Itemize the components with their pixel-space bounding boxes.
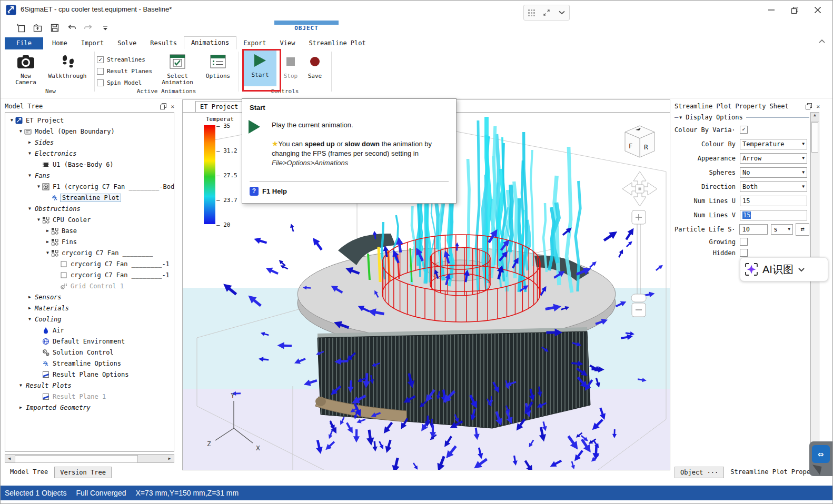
scroll-up-icon[interactable]: ▲ xyxy=(811,113,819,122)
tree-expand-icon[interactable]: ▶ xyxy=(26,306,33,310)
appearance-dropdown[interactable]: Arrow▼ xyxy=(740,153,807,164)
section-display-options[interactable]: —▼ Display Options xyxy=(675,112,809,123)
tab-model-tree[interactable]: Model Tree xyxy=(5,467,53,477)
tree-item-cpu-cooler[interactable]: ▼CPU Cooler xyxy=(5,214,174,225)
tree-item-cooling[interactable]: ▼Cooling xyxy=(5,314,174,325)
customize-quick-access-icon[interactable] xyxy=(100,22,111,34)
hidden-checkbox[interactable] xyxy=(740,249,748,257)
close-button[interactable] xyxy=(806,1,829,19)
tree-collapse-icon[interactable]: ▼ xyxy=(26,173,33,178)
contextual-tab-object[interactable]: OBJECT xyxy=(274,21,339,32)
tree-item-grid-control-1[interactable]: Grid Control 1 xyxy=(5,280,174,291)
import-icon[interactable] xyxy=(32,22,44,34)
chevron-down-icon[interactable] xyxy=(798,267,805,272)
scroll-right-icon[interactable]: ▶ xyxy=(165,456,174,461)
scroll-left-icon[interactable]: ◀ xyxy=(5,456,14,461)
save-icon[interactable] xyxy=(49,22,61,34)
tree-collapse-icon[interactable]: ▼ xyxy=(17,129,24,134)
tree-item-crycorig-c7-fan[interactable]: ▼crycorig C7 Fan ________ xyxy=(5,247,174,258)
spheres-dropdown[interactable]: No▼ xyxy=(740,167,807,178)
num-lines-v-input[interactable]: 15 xyxy=(740,210,807,220)
stop-button[interactable]: Stop xyxy=(280,52,302,79)
vscroll-thumb[interactable] xyxy=(811,122,818,153)
ribbon-tab-animations[interactable]: Animations xyxy=(184,36,236,49)
tree-collapse-icon[interactable]: ▼ xyxy=(8,118,15,123)
checkbox-box[interactable] xyxy=(97,68,104,75)
restore-button[interactable] xyxy=(783,1,806,19)
tree-expand-icon[interactable]: ▶ xyxy=(44,228,51,233)
ribbon-collapse-icon[interactable] xyxy=(819,39,825,43)
dock-icon[interactable] xyxy=(160,103,166,110)
tree-collapse-icon[interactable]: ▼ xyxy=(26,317,33,321)
tree-item-crycorig-c7-fan-1[interactable]: crycorig C7 Fan ________-1 xyxy=(5,269,174,280)
tree-collapse-icon[interactable]: ▼ xyxy=(35,184,42,189)
tree-item-sensors[interactable]: ▶Sensors xyxy=(5,291,174,303)
growing-checkbox[interactable] xyxy=(740,238,748,246)
tree-item-streamline-options[interactable]: Streamline Options xyxy=(5,358,174,369)
tree-item-u1-base-body-6[interactable]: U1 (Base-Body 6) xyxy=(5,159,174,170)
checkbox-box[interactable] xyxy=(97,79,104,86)
walkthrough-button[interactable]: Walkthrough xyxy=(46,52,89,79)
ribbon-tab-streamline-plot[interactable]: Streamline Plot xyxy=(302,37,372,49)
new-project-icon[interactable] xyxy=(15,22,27,34)
ribbon-tab-solve[interactable]: Solve xyxy=(111,37,143,49)
ribbon-tab-results[interactable]: Results xyxy=(143,37,184,49)
tree-collapse-icon[interactable]: ▼ xyxy=(35,217,42,222)
tree-expand-icon[interactable]: ▶ xyxy=(26,140,33,145)
ribbon-tab-file[interactable]: File xyxy=(5,37,43,49)
tree-item-obstructions[interactable]: ▼Obstructions xyxy=(5,203,174,214)
ai-recognize-button[interactable]: AI识图 xyxy=(740,257,828,281)
grid-icon[interactable] xyxy=(528,9,535,16)
tree-item-f1-crycorig-c7-fan-bod[interactable]: ▼F1 (crycorig C7 Fan ________-Bod xyxy=(5,181,174,192)
tree-collapse-icon[interactable]: ▼ xyxy=(17,383,24,388)
tree-expand-icon[interactable]: ▶ xyxy=(44,239,51,244)
close-panel-icon[interactable]: ✕ xyxy=(171,103,174,110)
tree-item-result-plane-options[interactable]: Result Plane Options xyxy=(5,369,174,380)
remote-session-widget[interactable]: ⇔ xyxy=(809,441,833,476)
tree-item-model-open-boundary[interactable]: ▼Model (Open Boundary) xyxy=(5,126,174,137)
redo-icon[interactable] xyxy=(83,22,94,34)
checkbox-result-planes[interactable]: Result Planes xyxy=(97,65,152,77)
f1-help-link[interactable]: ? F1 Help xyxy=(250,187,287,196)
num-lines-u-input[interactable]: 15 xyxy=(740,196,807,206)
tree-collapse-icon[interactable]: ▼ xyxy=(44,250,51,255)
checkbox-streamlines[interactable]: ✓Streamlines xyxy=(97,54,152,65)
tab-version-tree[interactable]: Version Tree xyxy=(54,467,112,478)
tree-item-fans[interactable]: ▼Fans xyxy=(5,170,174,181)
save-animation-button[interactable]: Save xyxy=(304,52,326,79)
property-sheet-vscrollbar[interactable]: ▲ xyxy=(810,112,819,465)
tree-item-electronics[interactable]: ▼Electronics xyxy=(5,148,174,159)
ribbon-tab-export[interactable]: Export xyxy=(236,37,273,49)
tree-item-base[interactable]: ▶Base xyxy=(5,225,174,236)
tree-collapse-icon[interactable]: ▼ xyxy=(26,206,33,211)
chevron-down-icon[interactable] xyxy=(558,11,566,15)
colour-by-varia-checkbox[interactable]: ✓ xyxy=(740,126,748,134)
tree-collapse-icon[interactable]: ▼ xyxy=(26,151,33,156)
tab-object[interactable]: Object ··· xyxy=(675,467,724,478)
new-camera-button[interactable]: New Camera xyxy=(10,52,42,86)
select-animation-button[interactable]: Select Animation xyxy=(160,52,195,86)
tree-item-air[interactable]: Air xyxy=(5,325,174,336)
checkbox-spin-model[interactable]: Spin Model xyxy=(97,77,152,88)
floating-extension-toolbar[interactable] xyxy=(523,5,570,21)
tree-item-streamline-plot[interactable]: Streamline Plot xyxy=(5,192,174,203)
tree-item-result-plane-1[interactable]: Result Plane 1 xyxy=(5,391,174,402)
tree-item-materials[interactable]: ▶Materials xyxy=(5,303,174,314)
ribbon-tab-import[interactable]: Import xyxy=(74,37,111,49)
undo-icon[interactable] xyxy=(66,22,77,34)
colour-by-dropdown[interactable]: Temperature▼ xyxy=(740,139,807,149)
swap-units-button[interactable]: ⇄ xyxy=(796,223,809,236)
minimize-button[interactable] xyxy=(760,1,783,19)
tree-item-fins[interactable]: ▶Fins xyxy=(5,236,174,247)
particle-life-s-input[interactable]: 10 xyxy=(739,224,768,235)
checkbox-box[interactable]: ✓ xyxy=(97,56,104,63)
tree-expand-icon[interactable]: ▶ xyxy=(17,405,24,410)
particle-life-s-unit-dropdown[interactable]: s▼ xyxy=(771,224,793,235)
direction-dropdown[interactable]: Both▼ xyxy=(740,182,807,192)
model-tree-hscrollbar[interactable]: ◀ ▶ xyxy=(5,454,174,463)
tree-item-result-plots[interactable]: ▼Result Plots xyxy=(5,380,174,391)
tree-item-crycorig-c7-fan-1[interactable]: crycorig C7 Fan ________-1 xyxy=(5,258,174,269)
tree-item-solution-control[interactable]: Solution Control xyxy=(5,347,174,358)
tree-item-imported-geometry[interactable]: ▶Imported Geometry xyxy=(5,402,174,413)
tree-item-et-project[interactable]: ▼ET Project xyxy=(5,115,174,126)
